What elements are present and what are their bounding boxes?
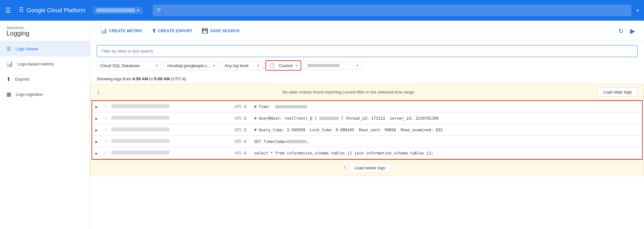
sidebar-item-label: Exports [15,77,29,82]
log-level-dropdown-value: Any log level [225,63,248,68]
project-selector[interactable]: ▾ [93,7,142,14]
time-value-blurred [275,105,307,108]
sidebar-item-logs-metrics[interactable]: 📊 Logs-based metrics [0,56,90,72]
time-range-dropdown[interactable]: 🕐 Custom ▾ [265,60,301,71]
table-row: ▶ ☆ UTC-8 # Query_time: 3.569939 Lock_ti… [92,124,642,136]
main-content: 📊 CREATE METRIC ⬆ CREATE EXPORT 💾 SAVE S… [90,21,644,229]
log-content: # User@Host: root[root] @ [ ] thread_id:… [253,113,642,124]
log-content: SET timestamp=; [253,136,642,147]
log-name-dropdown-arrow: ▾ [213,64,215,67]
refresh-icon: ↻ [618,27,624,35]
account-dropdown-arrow: ▾ [637,8,639,13]
date-range-dropdown-arrow: ▾ [357,64,358,67]
exports-icon: ⬆ [6,76,11,82]
logs-info-from: 4:59 AM [132,76,148,81]
refresh-button[interactable]: ↻ [616,25,626,37]
sidebar-item-exports[interactable]: ⬆ Exports [0,72,90,87]
star-icon[interactable]: ☆ [101,113,110,124]
table-row: ▶ ☆ UTC-8 # User@Host: root[root] @ [ ] … [92,113,642,124]
expand-icon[interactable]: ▶ [92,101,101,113]
log-name-dropdown-value: cloudsql.googleapis.c... [167,63,211,68]
create-export-label: CREATE EXPORT [158,29,193,33]
logs-info-to: 5:08 AM [154,76,170,81]
account-dropdown[interactable]: ▾ [637,8,639,13]
filter-input[interactable] [97,45,638,57]
sidebar-item-label: Logs Viewer [15,46,38,51]
log-name-dropdown[interactable]: cloudsql.googleapis.c... ▾ [164,61,218,70]
source-dropdown[interactable]: Cloud SQL Database ▾ [97,61,161,70]
log-level-dropdown-arrow: ▾ [258,64,259,67]
sidebar-item-label: Logs ingestion [16,92,43,97]
ip-blurred [319,117,339,120]
source-dropdown-arrow: ▾ [156,64,158,67]
table-row: ▶ ☆ UTC-8 select * from information_sche… [92,147,642,159]
dropdowns-row: Cloud SQL Database ▾ cloudsql.googleapis… [90,57,644,74]
sidebar-item-logs-viewer[interactable]: ☰ Logs Viewer [0,41,90,56]
newer-arrow-icon: ↑ [343,164,346,171]
log-tz: UTC-8 [234,124,253,136]
date-range-dropdown[interactable]: ▾ [304,62,362,70]
create-metric-button[interactable]: 📊 CREATE METRIC [97,25,147,36]
expand-icon[interactable]: ▶ [92,113,101,124]
expand-icon[interactable]: ▶ [92,136,101,147]
project-dropdown-arrow: ▾ [137,8,139,13]
log-content: # Query_time: 3.569939 Lock_time: 0.0001… [253,124,642,136]
expand-icon[interactable]: ▶ [92,147,101,159]
sidebar-header: Stackdriver Logging [0,21,90,41]
time-range-dropdown-value: Custom [279,63,293,68]
logs-ingestion-icon: ▦ [6,91,11,97]
sidebar-product-title: Logging [6,30,83,37]
google-logo-icon: ⠿ [19,6,24,15]
table-row: ▶ ☆ UTC-8 SET timestamp=; [92,136,642,147]
log-tz: UTC-8 [234,101,253,113]
log-level-dropdown[interactable]: Any log level ▾ [221,61,263,70]
older-arrow-icon: ↓ [97,89,100,95]
star-icon[interactable]: ☆ [101,147,110,159]
log-tz: UTC-8 [234,147,253,159]
sidebar-item-label: Logs-based metrics [17,62,54,66]
expand-icon[interactable]: ▶ [92,124,101,136]
layout: Stackdriver Logging ☰ Logs Viewer 📊 Logs… [0,21,644,229]
save-search-button[interactable]: 💾 SAVE SEARCH [198,25,244,36]
search-bar[interactable]: 🔍 [153,5,631,16]
log-content: # Time: [253,101,642,113]
timestamp-blurred [111,104,169,108]
sidebar-product-sub: Stackdriver [6,26,83,30]
save-search-label: SAVE SEARCH [210,29,239,33]
older-entries-text: No older entries found matching current … [102,90,595,95]
play-icon: ▶ [630,27,635,35]
logs-metrics-icon: 📊 [6,61,13,67]
star-icon[interactable]: ☆ [101,136,110,147]
log-rows-container: ▶ ☆ UTC-8 # Time: ▶ ☆ UTC-8 # User@Host:… [91,100,643,160]
newer-entries-banner: ↑ Load newer logs [90,160,644,176]
star-icon[interactable]: ☆ [101,101,110,113]
filter-section [90,41,644,57]
create-export-button[interactable]: ⬆ CREATE EXPORT [148,25,197,36]
search-icon: 🔍 [157,7,163,14]
play-button[interactable]: ▶ [628,25,638,37]
hamburger-menu-icon[interactable]: ☰ [5,6,11,14]
timestamp-val-blurred [287,140,306,143]
timestamp-blurred [111,151,169,154]
timestamp-blurred [111,127,169,131]
load-older-logs-button[interactable]: Load older logs [598,87,637,97]
app-title: Google Cloud Platform [27,7,85,14]
date-range-blurred [307,64,340,67]
project-name-blurred [96,8,135,12]
sidebar-item-logs-ingestion[interactable]: ▦ Logs ingestion [0,87,90,102]
logs-viewer-icon: ☰ [6,46,11,52]
create-metric-label: CREATE METRIC [109,29,143,33]
save-search-icon: 💾 [202,28,208,34]
create-export-icon: ⬆ [152,28,156,34]
load-newer-logs-button[interactable]: Load newer logs [349,163,390,173]
logs-table: ▶ ☆ UTC-8 # Time: ▶ ☆ UTC-8 # User@Host:… [92,101,642,159]
toolbar: 📊 CREATE METRIC ⬆ CREATE EXPORT 💾 SAVE S… [90,21,644,41]
top-nav: ☰ ⠿ Google Cloud Platform ▾ 🔍 ▾ [0,0,644,21]
table-row: ▶ ☆ UTC-8 # Time: [92,101,642,113]
logs-area: ↓ No older entries found matching curren… [90,84,644,229]
timestamp-blurred [111,139,169,143]
older-entries-banner: ↓ No older entries found matching curren… [90,84,644,100]
create-metric-icon: 📊 [101,28,107,34]
logs-info-prefix: Showing logs from [97,76,131,81]
star-icon[interactable]: ☆ [101,124,110,136]
